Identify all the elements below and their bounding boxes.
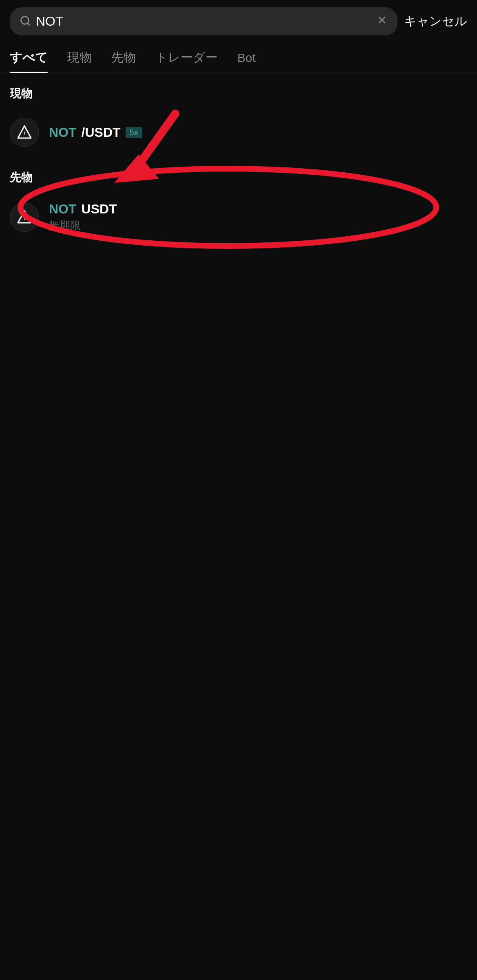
coin-icon-not-spot: ! <box>10 118 39 147</box>
futures-symbol-highlight: NOT <box>49 202 77 217</box>
tab-bot[interactable]: Bot <box>237 44 256 71</box>
list-item-not-usdt-spot[interactable]: ! NOT/USDT 5x <box>0 108 477 157</box>
search-bar: NOT キャンセル <box>0 0 477 43</box>
tab-spot[interactable]: 現物 <box>67 43 92 73</box>
tabs-container: すべて 現物 先物 トレーダー Bot <box>0 43 477 73</box>
search-icon <box>20 15 31 28</box>
clear-icon[interactable] <box>376 14 388 29</box>
content-area: 現物 ! NOT/USDT 5x 先物 ! NOTUSDT <box>0 73 477 242</box>
cancel-button[interactable]: キャンセル <box>404 13 467 30</box>
spot-badge: 5x <box>126 127 142 138</box>
spot-item-info: NOT/USDT 5x <box>49 125 142 140</box>
section-header-spot: 現物 <box>0 73 477 108</box>
spot-item-title: NOT/USDT 5x <box>49 125 142 140</box>
futures-item-title: NOTUSDT <box>49 202 117 217</box>
list-item-not-usdt-futures[interactable]: ! NOTUSDT 無期限 <box>0 192 477 242</box>
spot-symbol-highlight: NOT <box>49 125 77 140</box>
futures-subtitle: 無期限 <box>49 218 117 233</box>
coin-icon-not-futures: ! <box>10 202 39 232</box>
tab-all[interactable]: すべて <box>10 43 48 73</box>
spot-symbol-normal: /USDT <box>82 125 121 140</box>
section-header-futures: 先物 <box>0 157 477 192</box>
svg-line-1 <box>27 23 29 25</box>
svg-text:!: ! <box>24 215 25 221</box>
tab-futures[interactable]: 先物 <box>111 43 136 73</box>
futures-item-info: NOTUSDT 無期限 <box>49 202 117 233</box>
search-input[interactable]: NOT <box>36 14 371 29</box>
futures-symbol-normal: USDT <box>82 202 117 217</box>
tab-trader[interactable]: トレーダー <box>155 43 218 73</box>
svg-text:!: ! <box>24 131 25 136</box>
search-input-wrapper[interactable]: NOT <box>10 7 398 35</box>
